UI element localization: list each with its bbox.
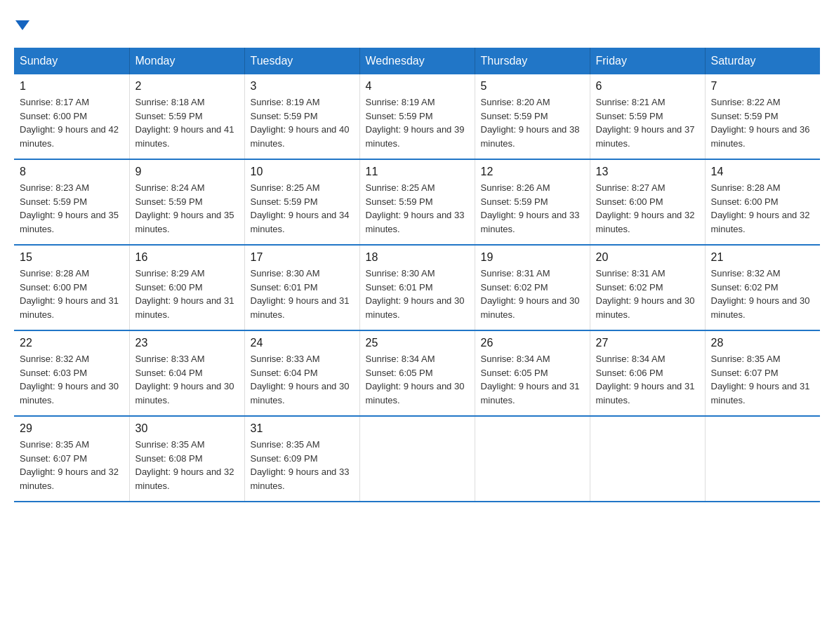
day-number: 22 <box>20 337 124 349</box>
day-info: Sunrise: 8:24 AM Sunset: 5:59 PM Dayligh… <box>135 181 239 236</box>
calendar-week-row: 8 Sunrise: 8:23 AM Sunset: 5:59 PM Dayli… <box>14 159 820 245</box>
calendar-week-row: 15 Sunrise: 8:28 AM Sunset: 6:00 PM Dayl… <box>14 245 820 330</box>
calendar-day-cell: 13 Sunrise: 8:27 AM Sunset: 6:00 PM Dayl… <box>590 159 705 245</box>
day-number: 21 <box>711 251 815 264</box>
calendar-day-cell <box>475 416 590 502</box>
day-info: Sunrise: 8:30 AM Sunset: 6:01 PM Dayligh… <box>251 267 354 321</box>
calendar-day-cell <box>359 416 475 502</box>
calendar-day-cell: 6 Sunrise: 8:21 AM Sunset: 5:59 PM Dayli… <box>590 74 705 159</box>
day-number: 7 <box>711 80 815 93</box>
day-info: Sunrise: 8:26 AM Sunset: 5:59 PM Dayligh… <box>481 181 584 236</box>
day-info: Sunrise: 8:18 AM Sunset: 5:59 PM Dayligh… <box>135 95 239 150</box>
day-number: 11 <box>366 166 469 178</box>
day-info: Sunrise: 8:34 AM Sunset: 6:05 PM Dayligh… <box>366 352 469 407</box>
calendar-day-cell: 5 Sunrise: 8:20 AM Sunset: 5:59 PM Dayli… <box>475 74 590 159</box>
calendar-day-cell: 7 Sunrise: 8:22 AM Sunset: 5:59 PM Dayli… <box>705 74 820 159</box>
calendar-day-cell: 21 Sunrise: 8:32 AM Sunset: 6:02 PM Dayl… <box>705 245 820 330</box>
logo <box>14 14 29 34</box>
day-info: Sunrise: 8:35 AM Sunset: 6:08 PM Dayligh… <box>135 438 239 492</box>
day-number: 18 <box>366 251 469 264</box>
day-number: 20 <box>596 251 699 264</box>
day-of-week-header: Sunday <box>14 48 129 74</box>
day-info: Sunrise: 8:20 AM Sunset: 5:59 PM Dayligh… <box>481 95 584 150</box>
day-info: Sunrise: 8:32 AM Sunset: 6:03 PM Dayligh… <box>20 352 124 407</box>
day-info: Sunrise: 8:21 AM Sunset: 5:59 PM Dayligh… <box>596 95 699 150</box>
calendar-week-row: 22 Sunrise: 8:32 AM Sunset: 6:03 PM Dayl… <box>14 330 820 416</box>
calendar-day-cell: 25 Sunrise: 8:34 AM Sunset: 6:05 PM Dayl… <box>359 330 475 416</box>
day-info: Sunrise: 8:31 AM Sunset: 6:02 PM Dayligh… <box>481 267 584 321</box>
logo-text <box>14 14 29 34</box>
calendar-day-cell: 15 Sunrise: 8:28 AM Sunset: 6:00 PM Dayl… <box>14 245 129 330</box>
day-number: 24 <box>251 337 354 349</box>
calendar-day-cell: 9 Sunrise: 8:24 AM Sunset: 5:59 PM Dayli… <box>129 159 244 245</box>
day-info: Sunrise: 8:19 AM Sunset: 5:59 PM Dayligh… <box>366 95 469 150</box>
calendar-day-cell: 22 Sunrise: 8:32 AM Sunset: 6:03 PM Dayl… <box>14 330 129 416</box>
calendar-week-row: 29 Sunrise: 8:35 AM Sunset: 6:07 PM Dayl… <box>14 416 820 502</box>
day-number: 30 <box>135 422 239 435</box>
calendar-day-cell: 10 Sunrise: 8:25 AM Sunset: 5:59 PM Dayl… <box>244 159 359 245</box>
day-of-week-header: Monday <box>129 48 244 74</box>
day-info: Sunrise: 8:17 AM Sunset: 6:00 PM Dayligh… <box>20 95 124 150</box>
day-number: 26 <box>481 337 584 349</box>
calendar-week-row: 1 Sunrise: 8:17 AM Sunset: 6:00 PM Dayli… <box>14 74 820 159</box>
day-number: 17 <box>251 251 354 264</box>
calendar-day-cell: 2 Sunrise: 8:18 AM Sunset: 5:59 PM Dayli… <box>129 74 244 159</box>
calendar-day-cell: 11 Sunrise: 8:25 AM Sunset: 5:59 PM Dayl… <box>359 159 475 245</box>
calendar-day-cell: 16 Sunrise: 8:29 AM Sunset: 6:00 PM Dayl… <box>129 245 244 330</box>
day-of-week-header: Tuesday <box>244 48 359 74</box>
calendar-day-cell: 3 Sunrise: 8:19 AM Sunset: 5:59 PM Dayli… <box>244 74 359 159</box>
calendar-day-cell <box>590 416 705 502</box>
day-number: 12 <box>481 166 584 178</box>
day-number: 25 <box>366 337 469 349</box>
calendar-day-cell: 28 Sunrise: 8:35 AM Sunset: 6:07 PM Dayl… <box>705 330 820 416</box>
day-number: 14 <box>711 166 815 178</box>
calendar-day-cell: 1 Sunrise: 8:17 AM Sunset: 6:00 PM Dayli… <box>14 74 129 159</box>
day-info: Sunrise: 8:35 AM Sunset: 6:07 PM Dayligh… <box>711 352 815 407</box>
day-of-week-header: Friday <box>590 48 705 74</box>
calendar-day-cell: 29 Sunrise: 8:35 AM Sunset: 6:07 PM Dayl… <box>14 416 129 502</box>
day-info: Sunrise: 8:33 AM Sunset: 6:04 PM Dayligh… <box>135 352 239 407</box>
day-info: Sunrise: 8:33 AM Sunset: 6:04 PM Dayligh… <box>251 352 354 407</box>
calendar-table: SundayMondayTuesdayWednesdayThursdayFrid… <box>14 48 820 502</box>
day-number: 15 <box>20 251 124 264</box>
day-number: 13 <box>596 166 699 178</box>
calendar-day-cell: 4 Sunrise: 8:19 AM Sunset: 5:59 PM Dayli… <box>359 74 475 159</box>
day-number: 9 <box>135 166 239 178</box>
day-number: 5 <box>481 80 584 93</box>
day-number: 4 <box>366 80 469 93</box>
day-number: 29 <box>20 422 124 435</box>
calendar-body: 1 Sunrise: 8:17 AM Sunset: 6:00 PM Dayli… <box>14 74 820 502</box>
day-of-week-header: Wednesday <box>359 48 475 74</box>
day-number: 16 <box>135 251 239 264</box>
calendar-day-cell: 27 Sunrise: 8:34 AM Sunset: 6:06 PM Dayl… <box>590 330 705 416</box>
day-number: 23 <box>135 337 239 349</box>
calendar-day-cell: 17 Sunrise: 8:30 AM Sunset: 6:01 PM Dayl… <box>244 245 359 330</box>
calendar-day-cell: 24 Sunrise: 8:33 AM Sunset: 6:04 PM Dayl… <box>244 330 359 416</box>
day-of-week-header: Saturday <box>705 48 820 74</box>
calendar-day-cell: 26 Sunrise: 8:34 AM Sunset: 6:05 PM Dayl… <box>475 330 590 416</box>
day-info: Sunrise: 8:35 AM Sunset: 6:07 PM Dayligh… <box>20 438 124 492</box>
calendar-day-cell: 20 Sunrise: 8:31 AM Sunset: 6:02 PM Dayl… <box>590 245 705 330</box>
day-info: Sunrise: 8:34 AM Sunset: 6:05 PM Dayligh… <box>481 352 584 407</box>
day-number: 1 <box>20 80 124 93</box>
day-info: Sunrise: 8:19 AM Sunset: 5:59 PM Dayligh… <box>251 95 354 150</box>
page-header <box>14 14 820 34</box>
day-number: 19 <box>481 251 584 264</box>
day-info: Sunrise: 8:28 AM Sunset: 6:00 PM Dayligh… <box>20 267 124 321</box>
day-number: 3 <box>251 80 354 93</box>
day-number: 10 <box>251 166 354 178</box>
calendar-day-cell: 18 Sunrise: 8:30 AM Sunset: 6:01 PM Dayl… <box>359 245 475 330</box>
day-info: Sunrise: 8:27 AM Sunset: 6:00 PM Dayligh… <box>596 181 699 236</box>
calendar-day-cell: 23 Sunrise: 8:33 AM Sunset: 6:04 PM Dayl… <box>129 330 244 416</box>
calendar-day-cell: 14 Sunrise: 8:28 AM Sunset: 6:00 PM Dayl… <box>705 159 820 245</box>
calendar-day-cell: 30 Sunrise: 8:35 AM Sunset: 6:08 PM Dayl… <box>129 416 244 502</box>
calendar-day-cell <box>705 416 820 502</box>
day-info: Sunrise: 8:25 AM Sunset: 5:59 PM Dayligh… <box>251 181 354 236</box>
day-number: 31 <box>251 422 354 435</box>
day-info: Sunrise: 8:22 AM Sunset: 5:59 PM Dayligh… <box>711 95 815 150</box>
day-info: Sunrise: 8:28 AM Sunset: 6:00 PM Dayligh… <box>711 181 815 236</box>
calendar-day-cell: 8 Sunrise: 8:23 AM Sunset: 5:59 PM Dayli… <box>14 159 129 245</box>
day-info: Sunrise: 8:32 AM Sunset: 6:02 PM Dayligh… <box>711 267 815 321</box>
day-number: 27 <box>596 337 699 349</box>
calendar-header: SundayMondayTuesdayWednesdayThursdayFrid… <box>14 48 820 74</box>
